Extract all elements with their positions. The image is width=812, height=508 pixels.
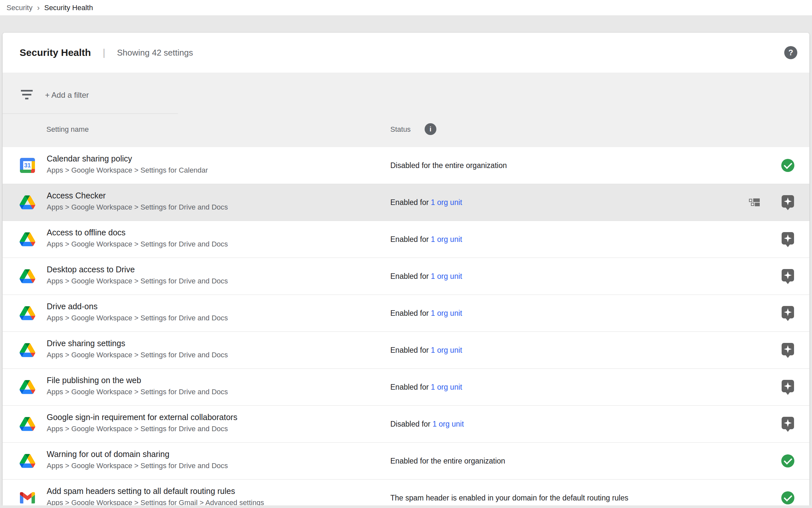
setting-name: Desktop access to Drive [47, 265, 135, 274]
setting-name: Google sign-in requirement for external … [47, 413, 237, 422]
org-unit-link[interactable]: 1 org unit [432, 420, 464, 428]
filter-and-header-panel: + Add a filter Setting name Status i [3, 73, 809, 147]
status-ok-icon [781, 491, 794, 504]
org-unit-link[interactable]: 1 org unit [431, 272, 462, 281]
calendar-icon: 31 [19, 158, 36, 173]
table-row[interactable]: Drive sharing settingsApps > Google Work… [3, 332, 809, 369]
org-unit-link[interactable]: 1 org unit [431, 198, 462, 207]
org-unit-link[interactable]: 1 org unit [431, 383, 462, 391]
settings-table: 31Calendar sharing policyApps > Google W… [3, 147, 809, 505]
setting-path: Apps > Google Workspace > Settings for G… [47, 499, 264, 505]
table-row[interactable]: Drive add-onsApps > Google Workspace > S… [3, 295, 809, 332]
table-row[interactable]: Warning for out of domain sharingApps > … [3, 442, 809, 479]
setting-path: Apps > Google Workspace > Settings for D… [47, 351, 228, 359]
recommendation-icon[interactable] [782, 380, 794, 392]
status-text: Enabled for the entire organization [390, 457, 505, 466]
status-text: Enabled for 1 org unit [390, 198, 462, 207]
setting-name: Calendar sharing policy [47, 154, 132, 163]
recommendation-icon[interactable] [782, 343, 794, 355]
status-text: Disabled for the entire organization [390, 161, 507, 170]
filter-underline [3, 114, 178, 114]
setting-path: Apps > Google Workspace > Settings for D… [47, 425, 228, 433]
settings-count: Showing 42 settings [117, 48, 193, 58]
drive-icon [19, 306, 36, 321]
status-text: Enabled for 1 org unit [390, 272, 462, 281]
status-ok-icon [781, 454, 794, 467]
column-header-status: Status [390, 125, 411, 134]
setting-name: Drive add-ons [47, 302, 98, 311]
breadcrumb-chevron-icon: › [37, 3, 40, 12]
setting-path: Apps > Google Workspace > Settings for D… [47, 277, 228, 285]
setting-path: Apps > Google Workspace > Settings for D… [47, 462, 228, 470]
table-row[interactable]: File publishing on the webApps > Google … [3, 369, 809, 406]
setting-path: Apps > Google Workspace > Settings for D… [47, 388, 228, 396]
drive-icon [19, 454, 36, 468]
title-divider: | [103, 47, 105, 58]
setting-path: Apps > Google Workspace > Settings for D… [47, 203, 228, 212]
status-text: Disabled for 1 org unit [390, 420, 464, 429]
help-icon[interactable]: ? [784, 46, 797, 59]
table-row[interactable]: Add spam headers setting to all default … [3, 479, 809, 505]
add-filter-button[interactable]: + Add a filter [45, 91, 89, 100]
page-title: Security Health [19, 47, 91, 58]
drive-icon [19, 196, 36, 210]
setting-name: Drive sharing settings [47, 339, 125, 348]
org-unit-link[interactable]: 1 org unit [431, 235, 462, 244]
setting-name: Add spam headers setting to all default … [47, 486, 235, 496]
drive-icon [19, 232, 36, 247]
org-units-icon [749, 199, 760, 206]
status-text: The spam header is enabled in your domai… [390, 494, 628, 502]
table-row[interactable]: Desktop access to DriveApps > Google Wor… [3, 258, 809, 295]
status-ok-icon [781, 159, 794, 172]
setting-path: Apps > Google Workspace > Settings for D… [47, 240, 228, 248]
table-row[interactable]: 31Calendar sharing policyApps > Google W… [3, 147, 809, 184]
gmail-icon [19, 492, 36, 504]
recommendation-icon[interactable] [782, 232, 794, 245]
recommendation-icon[interactable] [782, 306, 794, 319]
status-text: Enabled for 1 org unit [390, 346, 462, 355]
org-unit-link[interactable]: 1 org unit [431, 346, 462, 354]
setting-name: File publishing on the web [47, 376, 141, 385]
drive-icon [19, 417, 36, 431]
recommendation-icon[interactable] [782, 269, 794, 282]
recommendation-icon[interactable] [782, 417, 794, 429]
setting-path: Apps > Google Workspace > Settings for C… [47, 166, 208, 175]
table-row[interactable]: Access CheckerApps > Google Workspace > … [3, 184, 809, 221]
security-health-card: Security Health | Showing 42 settings ? … [3, 33, 809, 505]
drive-icon [19, 269, 36, 284]
recommendation-icon[interactable] [782, 195, 794, 208]
drive-icon [19, 380, 36, 394]
status-info-icon[interactable]: i [425, 123, 436, 135]
setting-name: Warning for out of domain sharing [47, 450, 170, 459]
setting-path: Apps > Google Workspace > Settings for D… [47, 314, 228, 322]
status-text: Enabled for 1 org unit [390, 235, 462, 244]
drive-icon [19, 343, 36, 357]
breadcrumb: Security › Security Health [0, 0, 812, 16]
card-header: Security Health | Showing 42 settings ? [3, 33, 809, 73]
filter-icon [21, 90, 33, 100]
setting-name: Access to offline docs [47, 228, 126, 237]
setting-name: Access Checker [47, 191, 106, 200]
status-text: Enabled for 1 org unit [390, 309, 462, 318]
viewport-bottom-edge [0, 505, 812, 508]
column-header-setting-name: Setting name [46, 125, 89, 134]
status-text: Enabled for 1 org unit [390, 383, 462, 392]
breadcrumb-current: Security Health [44, 4, 93, 12]
table-row[interactable]: Google sign-in requirement for external … [3, 406, 809, 442]
org-unit-link[interactable]: 1 org unit [431, 309, 462, 318]
breadcrumb-parent-link[interactable]: Security [6, 4, 32, 12]
table-row[interactable]: Access to offline docsApps > Google Work… [3, 221, 809, 258]
